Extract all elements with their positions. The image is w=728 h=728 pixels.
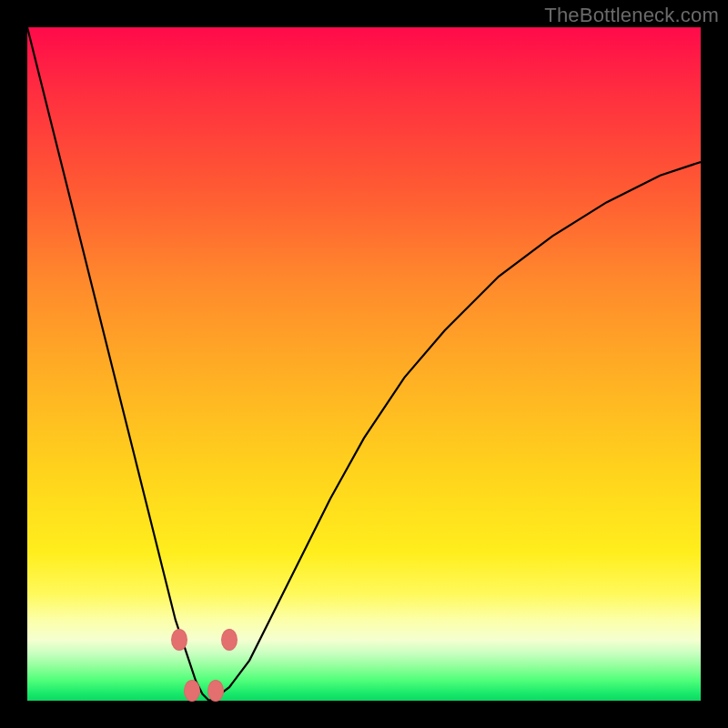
marker-m4 (221, 629, 238, 651)
marker-m2 (184, 680, 200, 702)
marker-m3 (207, 680, 224, 702)
plot-area (27, 27, 701, 701)
chart-frame: TheBottleneck.com (0, 0, 728, 728)
watermark-text: TheBottleneck.com (544, 4, 719, 27)
markers-layer (27, 27, 701, 701)
marker-m1 (171, 629, 187, 651)
